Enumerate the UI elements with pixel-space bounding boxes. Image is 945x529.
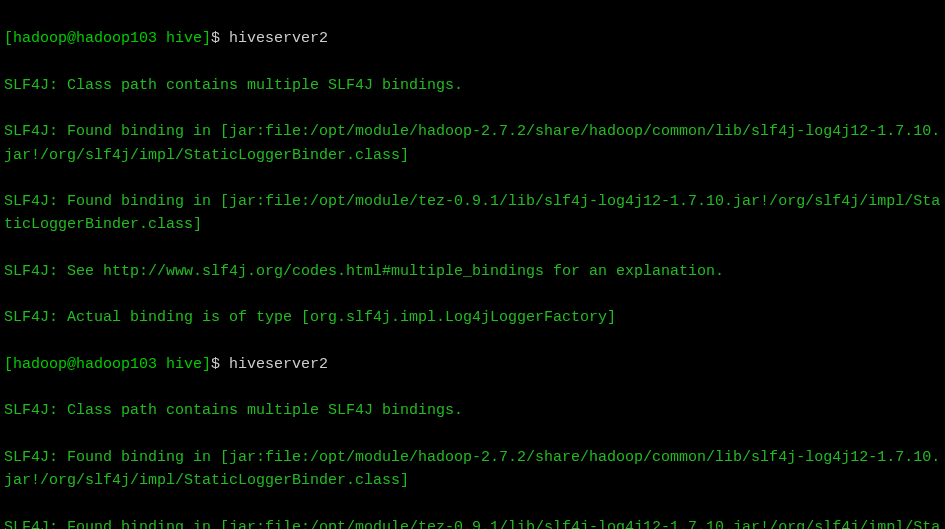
- prompt-user-host: [hadoop@hadoop103 hive]: [4, 356, 211, 373]
- prompt-user-host: [hadoop@hadoop103 hive]: [4, 30, 211, 47]
- output-line: SLF4J: Found binding in [jar:file:/opt/m…: [4, 516, 941, 530]
- prompt-line-1[interactable]: [hadoop@hadoop103 hive]$ hiveserver2: [4, 27, 941, 50]
- command-text: hiveserver2: [229, 30, 328, 47]
- output-line: SLF4J: Actual binding is of type [org.sl…: [4, 306, 941, 329]
- output-line: SLF4J: See http://www.slf4j.org/codes.ht…: [4, 260, 941, 283]
- output-line: SLF4J: Found binding in [jar:file:/opt/m…: [4, 120, 941, 167]
- prompt-line-2[interactable]: [hadoop@hadoop103 hive]$ hiveserver2: [4, 353, 941, 376]
- command-text: hiveserver2: [229, 356, 328, 373]
- terminal-output: [hadoop@hadoop103 hive]$ hiveserver2 SLF…: [4, 4, 941, 529]
- output-line: SLF4J: Found binding in [jar:file:/opt/m…: [4, 190, 941, 237]
- output-line: SLF4J: Found binding in [jar:file:/opt/m…: [4, 446, 941, 493]
- output-line: SLF4J: Class path contains multiple SLF4…: [4, 399, 941, 422]
- prompt-symbol: $: [211, 30, 220, 47]
- output-line: SLF4J: Class path contains multiple SLF4…: [4, 74, 941, 97]
- prompt-symbol: $: [211, 356, 220, 373]
